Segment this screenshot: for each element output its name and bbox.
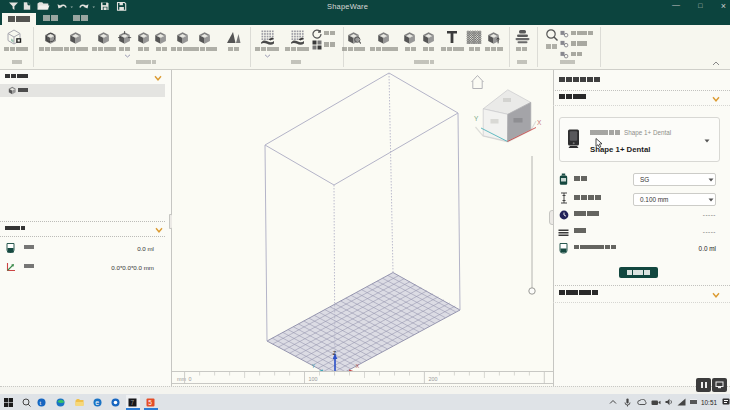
svg-text:5: 5 (148, 399, 152, 406)
svg-text:X: X (356, 363, 360, 369)
svg-text:e: e (95, 399, 99, 406)
svg-text:7: 7 (131, 399, 135, 406)
svg-text:Y: Y (312, 363, 316, 369)
svg-text:0: 0 (189, 376, 192, 382)
svg-text:mm: mm (177, 376, 186, 382)
svg-text:X: X (537, 119, 542, 126)
svg-text:200: 200 (428, 376, 437, 382)
svg-text:Y: Y (474, 115, 479, 122)
svg-text:100: 100 (309, 376, 318, 382)
